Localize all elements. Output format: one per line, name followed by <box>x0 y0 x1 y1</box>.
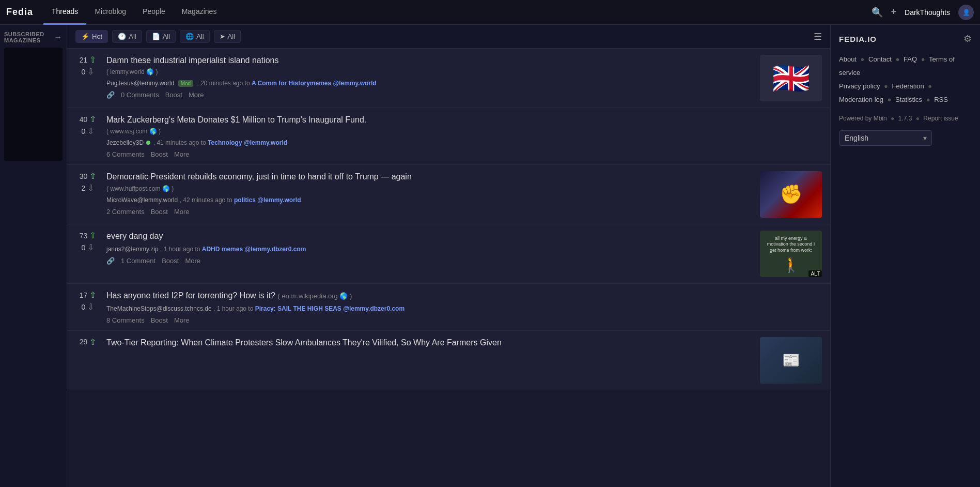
upvote-button[interactable]: ⇧ <box>89 114 96 124</box>
downvote-box: 0 ⇩ <box>82 67 95 77</box>
post-community[interactable]: Technology @lemmy.world <box>208 139 287 146</box>
post-author: janus2@lemmy.zip <box>106 246 159 253</box>
filter-lang-all[interactable]: 🌐 All <box>180 30 209 43</box>
source-link[interactable]: www.wsj.com <box>110 128 147 135</box>
boost-button[interactable]: Boost <box>162 257 179 265</box>
settings-icon[interactable]: ⚙ <box>963 33 972 44</box>
post-community[interactable]: A Comm for Historymemes @lemmy.world <box>252 80 377 87</box>
federation-link[interactable]: Federation <box>892 82 924 90</box>
boost-button[interactable]: Boost <box>165 91 182 99</box>
privacy-link[interactable]: Privacy policy <box>839 82 880 90</box>
vote-col: 40 ⇧ 0 ⇩ <box>75 114 100 158</box>
faq-link[interactable]: FAQ <box>904 55 917 63</box>
add-icon[interactable]: + <box>891 7 897 18</box>
downvote-button[interactable]: ⇩ <box>87 67 94 77</box>
post-author: MicroWave@lemmy.world <box>106 196 178 204</box>
source-link[interactable]: www.huffpost.com <box>110 185 160 192</box>
vote-col: 21 ⇧ 0 ⇩ <box>75 55 100 101</box>
upvote-button[interactable]: ⇧ <box>89 55 96 65</box>
downvote-button[interactable]: ⇩ <box>87 126 94 136</box>
filter-hot[interactable]: ⚡ Hot <box>75 30 108 43</box>
username-label[interactable]: DarkThoughts <box>905 8 950 17</box>
source-link[interactable]: en.m.wikipedia.org <box>282 292 337 300</box>
more-button[interactable]: More <box>174 150 190 158</box>
share-icon: 🔗 <box>106 257 115 265</box>
post-link[interactable]: Democratic President rebuilds economy, j… <box>106 172 412 181</box>
upvote-box: 40 ⇧ <box>80 114 97 124</box>
boost-button[interactable]: Boost <box>151 316 168 324</box>
table-row: 30 ⇧ 2 ⇩ Democratic President rebuilds e… <box>67 165 830 224</box>
share-icon: 🔗 <box>106 91 115 99</box>
post-title: Democratic President rebuilds economy, j… <box>106 171 754 182</box>
post-link[interactable]: Damn these industrial imperialist island… <box>106 56 279 65</box>
boost-button[interactable]: Boost <box>151 208 168 216</box>
send-icon: ➤ <box>220 33 225 40</box>
downvote-button[interactable]: ⇩ <box>87 242 94 252</box>
upvote-button[interactable]: ⇧ <box>89 337 96 347</box>
comments-link[interactable]: 6 Comments <box>106 150 145 158</box>
fire-icon: ⚡ <box>81 33 89 40</box>
downvote-button[interactable]: ⇩ <box>87 183 94 193</box>
post-meta: MicroWave@lemmy.world , 42 minutes ago t… <box>106 195 754 205</box>
nav-people[interactable]: People <box>134 0 174 25</box>
comments-link[interactable]: 1 Comment <box>121 257 155 265</box>
post-meta: janus2@lemmy.zip , 1 hour ago to ADHD me… <box>106 245 754 254</box>
table-row: 73 ⇧ 0 ⇩ every dang day janus2@lemmy.zip… <box>67 224 830 284</box>
post-link[interactable]: Has anyone tried I2P for torrenting? How… <box>106 291 275 300</box>
post-community[interactable]: Piracy: SAIL THE HIGH SEAS @lemmy.dbzer0… <box>255 305 405 312</box>
post-time: 1 hour ago <box>164 246 193 253</box>
avatar[interactable]: 👤 <box>958 5 974 20</box>
trump-image: ✊ <box>760 171 822 218</box>
source-link[interactable]: lemmy.world <box>110 68 144 75</box>
language-select[interactable]: English Français Deutsch Español <box>839 130 932 146</box>
upvote-count: 21 <box>80 56 88 64</box>
post-thumbnail: 📰 <box>760 337 822 384</box>
more-button[interactable]: More <box>174 316 190 324</box>
upvote-button[interactable]: ⇧ <box>89 231 96 240</box>
nav-magazines[interactable]: Magazines <box>174 0 225 25</box>
vote-col: 73 ⇧ 0 ⇩ <box>75 231 100 277</box>
feed-container: ⚡ Hot 🕐 All 📄 All 🌐 All ➤ All ☰ <box>67 25 830 487</box>
filter-content-all[interactable]: 📄 All <box>146 30 176 43</box>
post-source: ( www.huffpost.com 🌎 ) <box>106 185 754 192</box>
filter-send-all[interactable]: ➤ All <box>214 30 241 43</box>
post-link[interactable]: every dang day <box>106 232 163 240</box>
news-image: 📰 <box>760 337 822 384</box>
downvote-box: 0 ⇩ <box>82 302 95 312</box>
upvote-box: 21 ⇧ <box>80 55 97 65</box>
nav-threads[interactable]: Threads <box>43 0 86 25</box>
post-content: Democratic President rebuilds economy, j… <box>106 171 754 218</box>
filter-type-all[interactable]: 🕐 All <box>112 30 142 43</box>
post-community[interactable]: ADHD memes @lemmy.dbzer0.com <box>202 246 306 253</box>
statistics-link[interactable]: Statistics <box>895 96 922 103</box>
upvote-count: 73 <box>80 232 88 240</box>
post-community[interactable]: politics @lemmy.world <box>234 196 301 204</box>
search-icon[interactable]: 🔍 <box>872 7 883 18</box>
nav-microblog[interactable]: Microblog <box>86 0 134 25</box>
upvote-button[interactable]: ⇧ <box>89 290 96 300</box>
comments-link[interactable]: 0 Comments <box>121 91 159 99</box>
contact-link[interactable]: Contact <box>868 55 892 63</box>
modlog-link[interactable]: Moderation log <box>839 96 883 103</box>
vote-col: 30 ⇧ 2 ⇩ <box>75 171 100 218</box>
main-layout: SUBSCRIBED MAGAZINES → ⚡ Hot 🕐 All 📄 All… <box>0 25 980 487</box>
comments-link[interactable]: 8 Comments <box>106 316 145 324</box>
sidebar-expand-icon[interactable]: → <box>54 33 63 42</box>
rss-link[interactable]: RSS <box>934 96 948 103</box>
downvote-button[interactable]: ⇩ <box>87 302 94 312</box>
layers-icon[interactable]: ☰ <box>814 31 822 42</box>
upvote-box: 73 ⇧ <box>80 231 97 240</box>
about-link[interactable]: About <box>839 55 857 63</box>
post-link[interactable]: Mark Zuckerberg's Meta Donates $1 Millio… <box>106 115 366 124</box>
report-issue-link[interactable]: Report issue <box>923 115 958 122</box>
post-author: TheMachineStops@discuss.tchncs.de <box>106 305 212 312</box>
more-button[interactable]: More <box>189 91 204 99</box>
post-title: Mark Zuckerberg's Meta Donates $1 Millio… <box>106 114 822 126</box>
more-button[interactable]: More <box>174 208 190 216</box>
sidebar-title: SUBSCRIBED MAGAZINES → <box>4 31 63 43</box>
boost-button[interactable]: Boost <box>151 150 168 158</box>
post-link[interactable]: Two-Tier Reporting: When Climate Protest… <box>106 338 502 347</box>
upvote-button[interactable]: ⇧ <box>89 171 96 181</box>
comments-link[interactable]: 2 Comments <box>106 208 145 216</box>
more-button[interactable]: More <box>185 257 200 265</box>
